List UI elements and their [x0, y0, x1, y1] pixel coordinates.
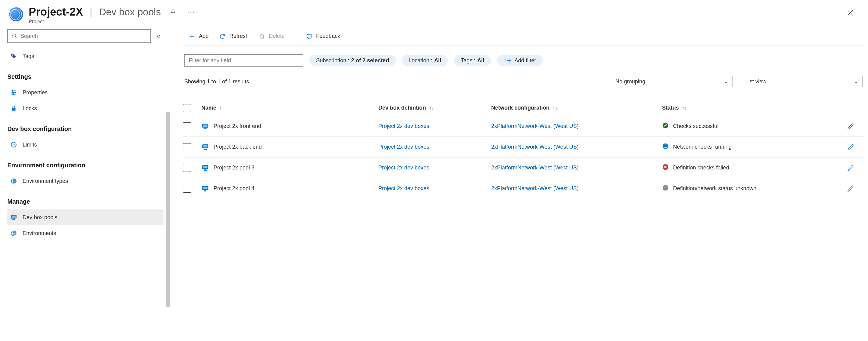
sidebar-section-env: Environment configuration — [7, 162, 163, 169]
edit-button[interactable] — [847, 164, 854, 172]
toolbar-label: Delete — [269, 33, 285, 39]
row-status-text: Definition checks failed — [673, 165, 729, 171]
filter-pill-tags[interactable]: Tags : All — [454, 55, 491, 66]
row-definition-link[interactable]: Project 2x dev boxes — [378, 144, 429, 150]
sidebar-search-input[interactable] — [21, 33, 146, 39]
edit-button[interactable] — [847, 143, 854, 151]
column-header-status[interactable]: Status ↑↓ — [662, 105, 833, 111]
sidebar-section-settings: Settings — [7, 73, 163, 80]
chevron-down-icon: ⌄ — [854, 78, 858, 85]
toolbar-label: Add — [199, 33, 209, 39]
row-status-text: Definition/network status unknown — [673, 185, 756, 192]
gauge-icon — [10, 141, 18, 149]
row-checkbox[interactable] — [183, 164, 191, 172]
refresh-icon — [219, 33, 226, 40]
table-row: Project 2x pool 4Project 2x dev boxes2xP… — [183, 178, 864, 199]
status-success-icon — [662, 122, 669, 130]
plus-icon — [189, 33, 195, 40]
globe-small-icon — [10, 229, 18, 237]
add-button[interactable]: Add — [189, 33, 209, 40]
filter-pill-location[interactable]: Location : All — [402, 55, 448, 66]
sidebar-scrollbar[interactable] — [166, 112, 170, 307]
filter-pill-subscription[interactable]: Subscription : 2 of 2 selected — [309, 55, 396, 66]
row-network-link[interactable]: 2xPlatformNetwork-West (West US) — [491, 165, 579, 171]
sidebar-section-devbox: Dev box configuration — [7, 125, 163, 133]
collapse-sidebar-button[interactable]: « — [157, 32, 160, 40]
select-all-checkbox[interactable] — [183, 104, 191, 112]
edit-button[interactable] — [847, 123, 854, 130]
view-select[interactable]: List view ⌄ — [741, 76, 863, 87]
sidebar-section-manage: Manage — [7, 198, 163, 205]
add-filter-button[interactable]: ⁺✢ Add filter — [497, 55, 543, 66]
feedback-button[interactable]: Feedback — [306, 33, 340, 40]
refresh-button[interactable]: Refresh — [219, 33, 249, 40]
table-row: Project 2x back endProject 2x dev boxes2… — [183, 137, 864, 158]
column-label: Network configuration — [491, 105, 550, 111]
row-network-link[interactable]: 2xPlatformNetwork-West (West US) — [491, 123, 579, 130]
sidebar-item-dev-box-pools[interactable]: Dev box pools — [7, 209, 163, 225]
sidebar-item-locks[interactable]: Locks — [7, 101, 163, 116]
svg-point-16 — [663, 143, 668, 149]
sidebar-item-label: Properties — [23, 89, 48, 96]
column-header-name[interactable]: Name ↑↓ — [202, 105, 378, 111]
sidebar-item-limits[interactable]: Limits — [7, 137, 163, 153]
trash-icon — [259, 33, 265, 40]
row-checkbox[interactable] — [183, 143, 191, 151]
svg-point-1 — [12, 55, 13, 56]
status-unknown-icon: ? — [662, 184, 669, 193]
sidebar-item-environments[interactable]: Environments — [7, 225, 163, 241]
grouping-select[interactable]: No grouping ⌄ — [611, 76, 733, 87]
select-value: List view — [745, 79, 766, 85]
sidebar-item-label: Environments — [23, 230, 56, 236]
edit-button[interactable] — [847, 185, 854, 192]
pin-button[interactable] — [167, 6, 179, 18]
row-name: Project 2x front end — [214, 123, 261, 130]
results-summary: Showing 1 to 1 of 1 results. — [184, 79, 250, 85]
monitor-icon — [10, 214, 18, 221]
row-checkbox[interactable] — [183, 185, 191, 193]
heart-icon — [306, 33, 312, 40]
sidebar-item-label: Limits — [23, 142, 37, 148]
sidebar-item-label: Locks — [23, 105, 37, 112]
column-label: Status — [662, 105, 679, 111]
column-header-definition[interactable]: Dev box definition ↑↓ — [378, 105, 491, 111]
row-network-link[interactable]: 2xPlatformNetwork-West (West US) — [491, 144, 579, 150]
column-label: Dev box definition — [378, 105, 426, 111]
row-definition-link[interactable]: Project 2x dev boxes — [378, 123, 429, 130]
sidebar-search[interactable] — [7, 29, 151, 43]
svg-point-2 — [12, 90, 13, 92]
tag-icon — [10, 52, 18, 60]
pill-label: Location : — [408, 57, 432, 64]
filter-plus-icon: ⁺✢ — [504, 57, 512, 64]
table-row: Project 2x pool 3Project 2x dev boxes2xP… — [183, 158, 864, 178]
row-checkbox[interactable] — [183, 122, 191, 130]
row-status-text: Network checks running — [673, 144, 732, 150]
row-name: Project 2x pool 3 — [214, 165, 254, 171]
pill-label: Add filter — [515, 57, 536, 64]
filter-input[interactable] — [184, 54, 303, 66]
close-button[interactable] — [845, 7, 856, 18]
page-subtitle: Project — [29, 19, 196, 24]
row-network-link[interactable]: 2xPlatformNetwork-West (West US) — [491, 185, 579, 192]
row-definition-link[interactable]: Project 2x dev boxes — [378, 185, 429, 192]
row-definition-link[interactable]: Project 2x dev boxes — [378, 165, 429, 171]
svg-point-4 — [12, 94, 14, 95]
column-header-network[interactable]: Network configuration ↑↓ — [491, 105, 662, 111]
toolbar-label: Refresh — [229, 33, 249, 39]
svg-text:?: ? — [664, 186, 666, 190]
pill-value: All — [434, 57, 441, 64]
pill-value: 2 of 2 selected — [351, 57, 389, 64]
sidebar-item-properties[interactable]: Properties — [7, 85, 163, 101]
status-failed-icon — [662, 164, 669, 172]
more-button[interactable]: ⋯ — [185, 6, 196, 18]
sort-icon: ↑↓ — [553, 105, 557, 111]
sidebar-item-tags[interactable]: Tags — [7, 48, 163, 64]
row-status-text: Checks successful — [673, 123, 718, 130]
pill-label: Subscription : — [316, 57, 349, 64]
status-running-icon — [662, 143, 669, 151]
sidebar-item-environment-types[interactable]: Environment types — [7, 173, 163, 189]
monitor-icon — [202, 143, 209, 151]
svg-point-3 — [14, 92, 16, 93]
sliders-icon — [10, 88, 18, 96]
svg-point-0 — [12, 34, 16, 37]
